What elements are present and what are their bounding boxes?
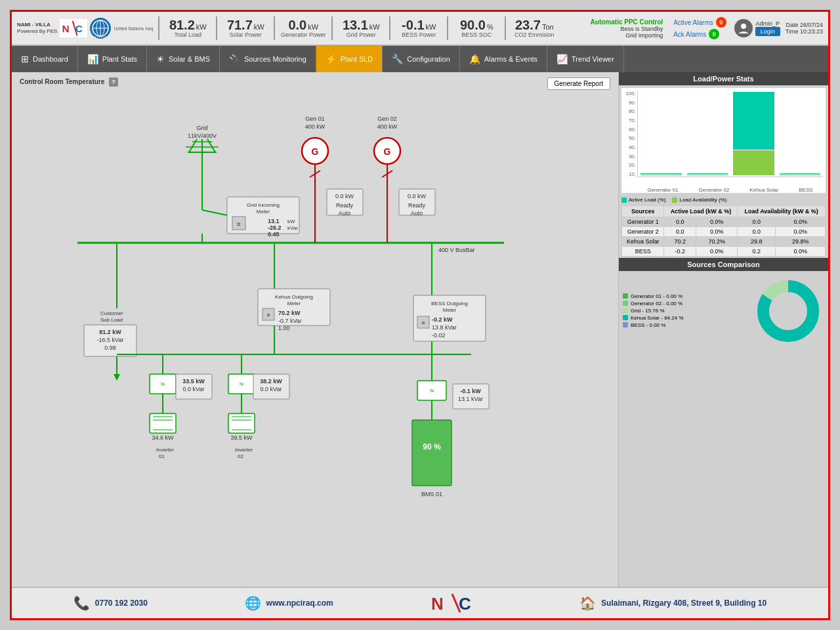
ack-alarms-row: Ack Alarms 0 <box>673 29 726 39</box>
sld-area: Control Room Temperature ? Generate Repo… <box>12 72 618 587</box>
svg-point-125 <box>772 295 804 327</box>
stat-co2: 23.7 Ton CO2 Emmision <box>511 18 557 38</box>
legend-item: BESS - 0.00 % <box>623 322 747 328</box>
divider <box>331 16 333 40</box>
nav-plant-sld-label: Plant SLD <box>341 55 373 63</box>
svg-text:38.2   kW: 38.2 kW <box>260 378 282 385</box>
legend-color-dot <box>623 315 628 320</box>
chart-legend: Active Load (%) Load Availability (%) <box>619 196 828 204</box>
svg-text:N: N <box>62 23 70 34</box>
web-icon: 🌐 <box>245 595 261 611</box>
svg-text:1.00: 1.00 <box>278 325 290 331</box>
legend-item: Grid - 15.76 % <box>623 308 747 314</box>
svg-line-26 <box>202 210 227 215</box>
login-button[interactable]: Login <box>755 27 780 36</box>
stat-solar-power: 71.7 kW Solar Power <box>222 18 268 38</box>
chart-bar-gen01 <box>640 92 682 175</box>
footer-phone: 📞 0770 192 2030 <box>74 595 148 611</box>
solar-power-unit: kW <box>254 23 264 31</box>
nav-configuration[interactable]: 🔧 Configuration <box>383 46 459 72</box>
nav-dashboard[interactable]: ⊞ Dashboard <box>12 46 78 72</box>
legend-color-dot <box>623 293 628 299</box>
svg-text:kW: kW <box>287 219 295 224</box>
legend-item: Generator 02 - 0.00 % <box>623 301 747 306</box>
phone-icon: 📞 <box>74 595 90 611</box>
website-url: www.npciraq.com <box>266 598 333 608</box>
divider <box>447 16 448 40</box>
nav-trend-viewer[interactable]: 📈 Trend Viewer <box>547 46 624 72</box>
legend-item: Kehua Solar - 84.24 % <box>623 315 747 321</box>
stat-bess-soc: 90.0 % BESS SOC <box>453 18 499 38</box>
ack-alarms-badge: 0 <box>709 29 719 39</box>
nav-sources-monitoring[interactable]: 🔌 Sources Monitoring <box>220 46 316 72</box>
auto-ppc-label: Automatic PPC Control <box>591 18 663 26</box>
total-load-value: 81.2 <box>169 18 195 32</box>
grid-power-unit: kW <box>369 23 380 31</box>
svg-text:Ready: Ready <box>336 202 354 209</box>
table-row: Kehua Solar70.270.2%29.829.8% <box>622 237 826 247</box>
svg-text:Grid Incoming: Grid Incoming <box>247 202 280 208</box>
divider <box>505 16 506 40</box>
svg-text:33.5   kW: 33.5 kW <box>182 378 205 385</box>
legend-text: Generator 02 - 0.00 % <box>631 301 682 306</box>
svg-text:81.2   kW: 81.2 kW <box>99 329 121 335</box>
svg-marker-62 <box>114 374 120 381</box>
total-load-unit: kW <box>196 23 207 31</box>
gen-power-unit: kW <box>308 23 318 31</box>
svg-text:0.98: 0.98 <box>104 345 116 351</box>
divider <box>216 16 217 40</box>
bess-power-label: BESS Power <box>402 32 436 38</box>
bess-power-value: -0.1 <box>402 18 424 32</box>
legend-avail-label: Load Availability (%) <box>679 197 726 203</box>
bess-soc-value: 90.0 <box>460 18 486 32</box>
svg-line-10 <box>189 139 197 152</box>
nav-plant-stats[interactable]: 📊 Plant Stats <box>78 46 147 72</box>
svg-text:34.6   kW: 34.6 kW <box>152 434 174 441</box>
svg-text:-0.2    kW: -0.2 kW <box>432 316 453 323</box>
trend-viewer-icon: 📈 <box>556 54 568 64</box>
svg-text:≡: ≡ <box>421 320 425 326</box>
cr-help-icon[interactable]: ? <box>109 77 118 87</box>
date-label: Date 26/07/24 <box>786 22 823 28</box>
divider <box>389 16 390 40</box>
nav-alarms-events[interactable]: 🔔 Alarms & Events <box>460 46 547 72</box>
svg-line-11 <box>207 139 215 152</box>
address-text: Sulaimani, Rizgary 408, Street 9, Buildi… <box>601 598 766 608</box>
bess-soc-unit: % <box>487 23 494 31</box>
svg-text:400 kW: 400 kW <box>305 123 326 130</box>
svg-text:02: 02 <box>238 453 243 459</box>
svg-text:Meter: Meter <box>443 307 457 313</box>
configuration-icon: 🔧 <box>392 54 403 64</box>
plant-stats-icon: 📊 <box>87 54 98 64</box>
svg-text:Gen 01: Gen 01 <box>305 116 325 122</box>
nav-bar: ⊞ Dashboard 📊 Plant Stats ☀ Solar & BMS … <box>12 46 828 72</box>
footer-address: 🏠 Sulaimani, Rizgary 408, Street 9, Buil… <box>579 595 766 611</box>
legend-load-avail: Load Availability (%) <box>672 197 726 203</box>
right-panel: Load/Power Stats 100.90.80.70.60. 50.40.… <box>618 72 828 587</box>
divider <box>274 16 275 40</box>
nav-solar-bms[interactable]: ☀ Solar & BMS <box>147 46 220 72</box>
svg-text:G: G <box>384 146 391 157</box>
donut-chart <box>752 275 824 347</box>
active-alarms-badge: 0 <box>716 17 726 28</box>
generate-report-button[interactable]: Generate Report <box>547 77 611 90</box>
grid-power-label: Grid Power <box>346 32 376 38</box>
legend-text: Grid - 15.76 % <box>631 308 665 314</box>
svg-text:Kehua Outgoing: Kehua Outgoing <box>275 294 313 300</box>
co2-label: CO2 Emmision <box>514 32 555 38</box>
app-title: NAMI - VILLA Powered By PES <box>17 22 57 35</box>
svg-rect-119 <box>412 420 452 486</box>
load-avail-dot <box>672 198 677 203</box>
svg-text:13.1: 13.1 <box>268 218 280 224</box>
un-logo-icon: United Nations Iraq <box>90 18 111 39</box>
svg-text:kVar: kVar <box>287 225 298 231</box>
stat-generator-power: 0.0 kW Generator Power <box>280 18 326 38</box>
stat-bess-power: -0.1 kW BESS Power <box>396 18 442 38</box>
nav-plant-sld[interactable]: ⚡ Plant SLD <box>316 46 383 72</box>
svg-text:≈: ≈ <box>240 379 244 388</box>
gen-power-label: Generator Power <box>281 32 326 38</box>
stats-table: Sources Active Load (kW & %) Load Availa… <box>621 205 826 257</box>
divider <box>158 16 159 40</box>
table-row: BESS-0.20.0%0.20.0% <box>622 247 826 257</box>
admin-login: Admin_P Login <box>755 20 780 36</box>
